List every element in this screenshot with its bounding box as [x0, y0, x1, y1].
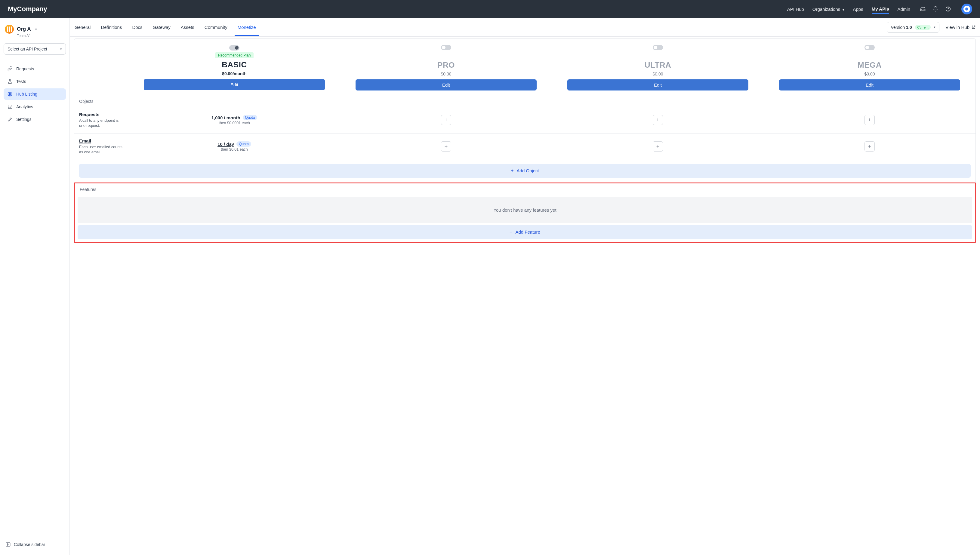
top-nav: API Hub Organizations ▾ Apps My APIs Adm…	[787, 5, 910, 14]
add-feature-button[interactable]: + Add Feature	[78, 225, 972, 239]
plan-basic: Recommended Plan BASIC $0.00/month Edit	[129, 41, 340, 95]
org-badge-icon	[5, 25, 14, 34]
globe-icon	[7, 91, 13, 97]
plan-name: ULTRA	[644, 61, 672, 70]
plus-icon: +	[511, 168, 514, 173]
edit-plan-basic-button[interactable]: Edit	[144, 79, 325, 90]
tab-community[interactable]: Community	[204, 19, 228, 36]
tab-gateway[interactable]: Gateway	[152, 19, 171, 36]
nav-organizations-label: Organizations	[813, 6, 840, 12]
object-row-requests: Requests A call to any endpoint is one r…	[74, 107, 975, 133]
help-icon[interactable]	[945, 6, 951, 12]
add-object-button[interactable]: + Add Object	[79, 164, 971, 178]
object-title[interactable]: Email	[79, 138, 124, 143]
nav-apps[interactable]: Apps	[853, 5, 863, 13]
chevron-down-icon: ▾	[934, 25, 935, 29]
plan-price: $0.00	[441, 72, 451, 76]
team-name: Team A1	[17, 34, 66, 38]
current-badge: Current	[915, 25, 931, 30]
flask-icon	[7, 79, 13, 84]
chart-icon	[7, 104, 13, 109]
plan-price: $0.00/month	[222, 71, 247, 76]
sidebar-item-requests[interactable]: Requests	[3, 63, 66, 75]
edit-plan-ultra-button[interactable]: Edit	[567, 79, 749, 90]
plan-name: MEGA	[858, 61, 882, 70]
quota-badge: Quota	[236, 141, 251, 147]
sidebar-item-label: Analytics	[16, 104, 33, 109]
plan-price: $0.00	[652, 72, 663, 76]
add-quota-button[interactable]: +	[653, 115, 663, 125]
add-quota-button[interactable]: +	[441, 115, 451, 125]
features-empty-message: You don't have any features yet	[78, 197, 972, 223]
chevron-down-icon: ▾	[843, 8, 844, 11]
tab-assets[interactable]: Assets	[180, 19, 195, 36]
plan-toggle-mega[interactable]	[864, 45, 875, 50]
plan-name: BASIC	[222, 60, 247, 69]
svg-rect-3	[9, 26, 10, 32]
version-select[interactable]: Version 1.0 Current ▾	[887, 22, 940, 33]
brand-logo[interactable]: MyCompany	[8, 5, 47, 13]
object-title[interactable]: Requests	[79, 112, 124, 117]
collapse-label: Collapse sidebar	[14, 542, 45, 547]
add-quota-button[interactable]: +	[653, 141, 663, 152]
object-desc: Each user emailed counts as one email.	[79, 144, 124, 155]
quota-badge: Quota	[243, 115, 257, 120]
sidebar-item-hub-listing[interactable]: Hub Listing	[3, 88, 66, 100]
add-quota-button[interactable]: +	[864, 115, 875, 125]
add-quota-button[interactable]: +	[864, 141, 875, 152]
features-section: Features You don't have any features yet…	[74, 183, 976, 243]
sidebar: Org A ▾ Team A1 Select an API Project ▾ …	[0, 18, 70, 555]
plan-toggle-pro[interactable]	[441, 45, 451, 50]
monetize-card: Recommended Plan BASIC $0.00/month Edit …	[74, 38, 976, 243]
pencil-icon	[7, 117, 13, 122]
external-link-icon	[971, 25, 976, 29]
sidebar-item-label: Requests	[16, 66, 34, 71]
tab-general[interactable]: General	[74, 19, 91, 36]
plan-name: PRO	[437, 61, 455, 70]
plan-toggle-ultra[interactable]	[653, 45, 663, 50]
sidebar-item-settings[interactable]: Settings	[3, 114, 66, 125]
collapse-sidebar[interactable]: Collapse sidebar	[3, 539, 66, 550]
edit-plan-pro-button[interactable]: Edit	[355, 79, 537, 90]
bell-icon[interactable]	[932, 6, 938, 12]
project-select-label: Select an API Project	[8, 47, 47, 51]
sidebar-item-label: Hub Listing	[16, 92, 37, 96]
plan-mega: MEGA $0.00 Edit	[764, 40, 975, 95]
avatar[interactable]	[961, 3, 972, 14]
nav-my-apis[interactable]: My APIs	[872, 5, 889, 14]
inbox-icon[interactable]	[920, 6, 926, 12]
plan-price: $0.00	[864, 72, 875, 76]
tabbar: General Definitions Docs Gateway Assets …	[70, 18, 980, 37]
object-row-email: Email Each user emailed counts as one em…	[74, 133, 975, 160]
nav-admin[interactable]: Admin	[897, 5, 910, 13]
sidebar-item-tests[interactable]: Tests	[3, 76, 66, 87]
tab-docs[interactable]: Docs	[132, 19, 143, 36]
org-name: Org A	[17, 26, 31, 32]
chevron-down-icon: ▾	[60, 47, 62, 51]
nav-api-hub[interactable]: API Hub	[787, 5, 804, 13]
org-switcher[interactable]: Org A ▾	[3, 23, 66, 34]
tab-definitions[interactable]: Definitions	[100, 19, 122, 36]
project-select[interactable]: Select an API Project ▾	[3, 43, 66, 55]
recommended-badge: Recommended Plan	[215, 52, 254, 58]
nav-organizations[interactable]: Organizations ▾	[813, 5, 845, 13]
svg-rect-2	[7, 26, 8, 32]
sidebar-item-analytics[interactable]: Analytics	[3, 101, 66, 112]
sidebar-item-label: Tests	[16, 79, 26, 84]
link-icon	[7, 66, 13, 72]
edit-plan-mega-button[interactable]: Edit	[779, 79, 960, 90]
sidebar-item-label: Settings	[16, 117, 32, 122]
plan-pro: PRO $0.00 Edit	[340, 40, 552, 95]
quota-basic-requests[interactable]: 1,000 / month Quota then $0.0001 each	[212, 115, 257, 125]
chevron-down-icon: ▾	[35, 27, 37, 31]
plan-toggle-basic[interactable]	[229, 45, 239, 51]
topbar: MyCompany API Hub Organizations ▾ Apps M…	[0, 0, 980, 18]
tab-monetize[interactable]: Monetize	[237, 19, 257, 36]
add-quota-button[interactable]: +	[441, 141, 451, 152]
view-in-hub-link[interactable]: View in Hub	[945, 25, 976, 30]
plan-ultra: ULTRA $0.00 Edit	[552, 40, 764, 95]
topbar-icons	[920, 3, 972, 14]
features-label: Features	[75, 183, 975, 195]
collapse-icon	[5, 542, 11, 547]
quota-basic-email[interactable]: 10 / day Quota then $0.01 each	[217, 141, 251, 152]
